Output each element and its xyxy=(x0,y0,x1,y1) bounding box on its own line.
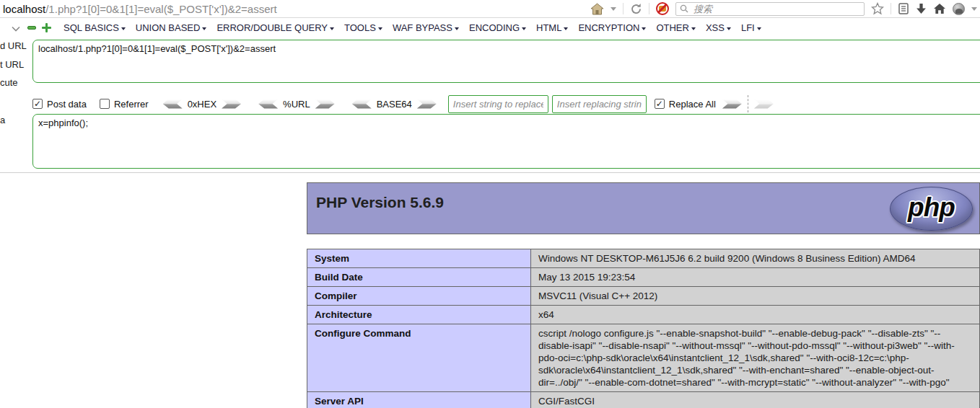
table-row: Architecture x64 xyxy=(307,306,980,324)
collapse-chevron-icon[interactable] xyxy=(12,22,20,35)
dashed-divider xyxy=(748,95,748,112)
add-icon[interactable] xyxy=(42,23,51,32)
menu-other[interactable]: OTHER xyxy=(651,22,701,33)
menu-union-based[interactable]: UNION BASED xyxy=(131,22,212,33)
phpinfo-header: PHP Version 5.6.9 php xyxy=(307,182,980,234)
row-value: CGI/FastCGI xyxy=(531,392,980,408)
url-host: localhost xyxy=(3,3,45,15)
menu-label: HTML xyxy=(536,22,561,33)
search-input[interactable] xyxy=(692,3,860,15)
replace-all-label: Replace All xyxy=(669,99,716,110)
row-value: Windows NT DESKTOP-M61J5J6 6.2 build 920… xyxy=(531,249,980,268)
row-label: Configure Command xyxy=(307,324,531,392)
home-dropdown-icon[interactable] xyxy=(611,7,616,11)
menu-lfi[interactable]: LFI xyxy=(736,22,766,33)
post-data-option[interactable]: Post data xyxy=(32,99,87,110)
flash-block-icon[interactable] xyxy=(656,2,669,15)
table-row: Build Date May 13 2015 19:23:54 xyxy=(307,268,980,287)
replace-string-input[interactable] xyxy=(448,95,548,113)
menu-label: UNION BASED xyxy=(136,22,201,33)
row-label: Server API xyxy=(307,392,531,408)
base64-decode-arrow[interactable] xyxy=(352,99,372,109)
menu-encryption[interactable]: ENCRYPTION xyxy=(573,22,651,33)
menu-label: ERROR/DOUBLE QUERY xyxy=(216,22,328,33)
url-decode-arrow[interactable] xyxy=(258,99,278,109)
menu-tools[interactable]: TOOLS xyxy=(339,22,388,33)
table-row: System Windows NT DESKTOP-M61J5J6 6.2 bu… xyxy=(307,249,980,268)
chevron-down-icon xyxy=(378,27,382,30)
referrer-option[interactable]: Referrer xyxy=(100,99,149,110)
menu-sql-basics[interactable]: SQL BASICS xyxy=(58,22,131,33)
bookmarks-menu-icon[interactable] xyxy=(898,2,909,15)
hex-encode-group: 0xHEX xyxy=(163,99,241,110)
chevron-down-icon xyxy=(522,27,526,30)
menu-xss[interactable]: XSS xyxy=(701,22,736,33)
referrer-label: Referrer xyxy=(114,99,149,110)
replace-all-option[interactable]: Replace All xyxy=(655,99,716,110)
row-value: cscript /nologo configure.js "--enable-s… xyxy=(531,324,980,392)
bookmark-star-icon[interactable] xyxy=(871,2,884,15)
chevron-down-icon xyxy=(564,27,568,30)
search-icon xyxy=(680,4,688,13)
menu-label: OTHER xyxy=(656,22,689,33)
chevron-down-icon xyxy=(691,27,696,30)
menu-error-double-query[interactable]: ERROR/DOUBLE QUERY xyxy=(211,22,339,33)
address-bar: localhost/1.php?1[0]=0&1[1]=eval($_POST[… xyxy=(0,0,980,18)
row-label: Compiler xyxy=(307,287,531,306)
referrer-checkbox[interactable] xyxy=(100,99,110,109)
url-text[interactable]: localhost/1.php?1[0]=0&1[1]=eval($_POST[… xyxy=(3,3,590,15)
replace-all-checkbox[interactable] xyxy=(655,99,665,109)
execute-button-truncated[interactable]: cute xyxy=(0,77,18,88)
secondary-apply-arrow[interactable] xyxy=(754,99,774,109)
url-textarea[interactable]: localhost/1.php?1[0]=0&1[1]=eval($_POST[… xyxy=(32,40,980,83)
url-encode-arrow[interactable] xyxy=(315,99,335,109)
download-icon[interactable] xyxy=(916,3,927,14)
menu-label: WAF BYPASS xyxy=(393,22,452,33)
phpinfo-page: PHP Version 5.6.9 php System Windows NT … xyxy=(307,182,980,408)
profile-avatar-icon[interactable] xyxy=(953,3,965,15)
reload-icon[interactable] xyxy=(630,3,642,15)
nav-icon-group xyxy=(590,2,980,16)
row-label: System xyxy=(307,249,531,268)
menu-label: ENCRYPTION xyxy=(578,22,639,33)
options-row: Post data Referrer 0xHEX %URL BASE64 Rep… xyxy=(32,94,774,114)
row-value: MSVC11 (Visual C++ 2012) xyxy=(531,287,980,306)
menu-html[interactable]: HTML xyxy=(531,22,573,33)
search-box[interactable] xyxy=(675,2,865,16)
menu-encoding[interactable]: ENCODING xyxy=(464,22,531,33)
menu-dropdown-icon[interactable] xyxy=(971,7,977,11)
phpinfo-table: System Windows NT DESKTOP-M61J5J6 6.2 bu… xyxy=(307,249,980,408)
chevron-down-icon xyxy=(455,27,459,30)
post-data-checkbox[interactable] xyxy=(32,99,43,109)
hackbar-toolbar: SQL BASICS UNION BASED ERROR/DOUBLE QUER… xyxy=(0,18,980,37)
chevron-down-icon xyxy=(121,27,126,30)
split-url-button-truncated[interactable]: t URL xyxy=(0,59,24,70)
table-row: Configure Command cscript /nologo config… xyxy=(307,324,980,392)
url-encode-label: %URL xyxy=(283,99,310,110)
hex-label: 0xHEX xyxy=(188,99,216,110)
table-row: Server API CGI/FastCGI xyxy=(307,392,980,408)
php-version-title: PHP Version 5.6.9 xyxy=(307,183,979,211)
hex-decode-arrow[interactable] xyxy=(163,99,183,109)
post-data-label: Post data xyxy=(47,99,87,110)
post-data-textarea[interactable]: x=phpinfo(); xyxy=(32,114,980,169)
php-logo: php xyxy=(890,187,973,231)
replace-apply-arrow[interactable] xyxy=(722,99,742,109)
base64-encode-arrow[interactable] xyxy=(417,99,437,109)
menu-label: ENCODING xyxy=(469,22,520,33)
php-logo-text: php xyxy=(908,192,955,226)
replacing-string-input[interactable] xyxy=(552,95,647,113)
home-icon[interactable] xyxy=(933,3,946,14)
divider xyxy=(623,3,624,14)
row-value: May 13 2015 19:23:54 xyxy=(531,268,980,287)
home-bookmark-icon[interactable] xyxy=(590,3,604,15)
minimize-icon[interactable] xyxy=(27,26,36,30)
table-row: Compiler MSVC11 (Visual C++ 2012) xyxy=(307,287,980,306)
hex-encode-arrow[interactable] xyxy=(222,99,241,109)
chevron-down-icon xyxy=(202,27,206,30)
load-url-button-truncated[interactable]: d URL xyxy=(0,40,27,51)
row-value: x64 xyxy=(531,306,980,324)
menu-waf-bypass[interactable]: WAF BYPASS xyxy=(388,22,464,33)
divider xyxy=(891,3,891,14)
hackbar-panel: d URL t URL cute a localhost/1.php?1[0]=… xyxy=(0,37,980,173)
